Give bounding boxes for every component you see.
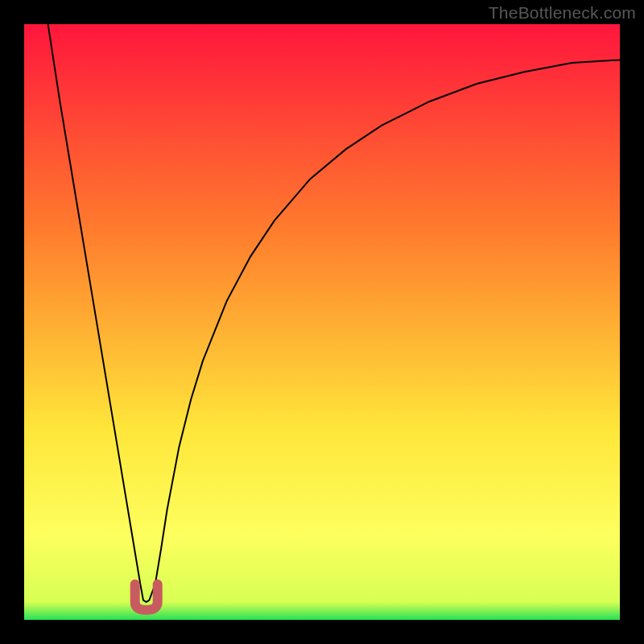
gradient-background: [24, 24, 620, 620]
outer-frame: TheBottleneck.com: [0, 0, 644, 644]
watermark-text: TheBottleneck.com: [489, 3, 636, 23]
chart-svg: [24, 24, 620, 620]
plot-area: [24, 24, 620, 620]
